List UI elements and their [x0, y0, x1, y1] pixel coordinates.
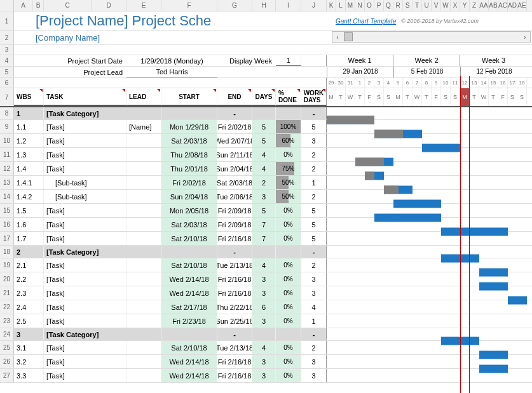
row-header[interactable]: 18 [0, 246, 14, 258]
header-start[interactable]: START [161, 88, 217, 106]
start-date-cell[interactable]: Fri 2/02/18 [161, 176, 217, 189]
pct-done-cell[interactable]: 0% [276, 204, 301, 217]
column-header[interactable]: R [393, 0, 403, 11]
days-cell[interactable]: 3 [252, 369, 276, 382]
end-date-cell[interactable]: Fri 2/16/18 [217, 286, 252, 300]
work-days-cell[interactable]: 5 [301, 232, 327, 245]
header-task[interactable]: TASK [44, 88, 126, 106]
work-days-cell[interactable]: 2 [301, 162, 327, 175]
start-date-cell[interactable]: Sat 2/10/18 [161, 341, 217, 354]
wbs-cell[interactable]: 1.4.1 [14, 176, 44, 189]
gantt-bar[interactable] [422, 144, 460, 152]
wbs-cell[interactable]: 1.6 [14, 218, 44, 231]
gantt-bar[interactable] [441, 255, 479, 263]
wbs-cell[interactable]: 2 [14, 246, 44, 258]
start-date-cell[interactable]: Sat 2/10/18 [161, 232, 217, 245]
days-cell[interactable]: 5 [252, 120, 276, 133]
row-header[interactable]: 2 [0, 31, 14, 44]
days-cell[interactable]: 4 [252, 341, 276, 354]
wbs-cell[interactable]: 2.4 [14, 300, 44, 314]
start-date-cell[interactable]: Mon 1/29/18 [161, 120, 217, 133]
end-date-cell[interactable]: Fri 2/02/18 [217, 120, 252, 133]
header-work-days[interactable]: WORK DAYS [301, 88, 327, 106]
row-header[interactable]: 10 [0, 134, 14, 147]
days-cell[interactable]: 4 [252, 162, 276, 175]
task-name-cell[interactable]: [Sub-task] [44, 176, 126, 189]
row-header[interactable]: 14 [0, 190, 14, 203]
row-header[interactable]: 12 [0, 162, 14, 175]
start-date-cell[interactable]: Thu 2/01/18 [161, 162, 217, 175]
row-header[interactable]: 27 [0, 369, 14, 382]
wbs-cell[interactable]: 1.4 [14, 162, 44, 175]
task-name-cell[interactable]: [Task] [44, 120, 126, 133]
row-header[interactable]: 4 [0, 55, 14, 66]
task-name-cell[interactable]: [Task] [44, 134, 126, 147]
days-cell[interactable]: 2 [252, 176, 276, 189]
work-days-cell[interactable]: 5 [301, 218, 327, 231]
row-header[interactable]: 15 [0, 204, 14, 217]
work-days-cell[interactable]: 3 [301, 369, 327, 382]
row-header[interactable]: 9 [0, 120, 14, 133]
row-header[interactable]: 25 [0, 341, 14, 354]
lead-cell[interactable] [126, 162, 161, 175]
wbs-cell[interactable]: 2.1 [14, 258, 44, 272]
work-days-cell[interactable]: 2 [301, 341, 327, 354]
pct-done-cell[interactable]: 0% [276, 355, 301, 368]
wbs-cell[interactable]: 1.2 [14, 134, 44, 147]
column-header[interactable]: AC [498, 0, 508, 11]
end-date-cell[interactable]: Fri 2/16/18 [217, 232, 252, 245]
end-date-cell[interactable]: Fri 2/16/18 [217, 355, 252, 368]
lead-cell[interactable] [126, 190, 161, 203]
pct-done-cell[interactable]: 50% [276, 176, 301, 189]
task-name-cell[interactable]: [Task] [44, 218, 126, 231]
company-name[interactable]: [Company Name] [33, 31, 332, 44]
column-header[interactable]: AD [508, 0, 517, 11]
wbs-cell[interactable]: 1.4.2 [14, 190, 44, 203]
header-days[interactable]: DAYS [252, 88, 276, 106]
task-name-cell[interactable]: [Task Category] [44, 107, 161, 119]
lead-cell[interactable] [126, 286, 161, 300]
work-days-cell[interactable]: 3 [301, 134, 327, 147]
days-cell[interactable]: 5 [252, 134, 276, 147]
column-header[interactable]: O [365, 0, 374, 11]
column-header[interactable]: AE [517, 0, 527, 11]
task-name-cell[interactable]: [Task] [44, 232, 126, 245]
gantt-bar[interactable] [479, 269, 508, 277]
row-header[interactable]: 24 [0, 328, 14, 340]
pct-done-cell[interactable]: 60% [276, 134, 301, 147]
days-cell[interactable]: 7 [252, 218, 276, 231]
gantt-bar[interactable] [479, 351, 508, 359]
column-header[interactable]: J [301, 0, 327, 11]
row-header[interactable]: 17 [0, 232, 14, 245]
column-header[interactable]: T [413, 0, 422, 11]
start-date-cell[interactable]: Sat 2/17/18 [161, 300, 217, 314]
column-header[interactable]: K [327, 0, 336, 11]
end-date-cell[interactable]: Tue 2/13/18 [217, 258, 252, 272]
days-cell[interactable]: 6 [252, 300, 276, 314]
gantt-scrollbar[interactable]: ‹ › [332, 31, 531, 43]
lead-cell[interactable] [126, 232, 161, 245]
column-header[interactable]: I [276, 0, 301, 11]
task-name-cell[interactable]: [Task] [44, 148, 126, 161]
task-name-cell[interactable]: [Task] [44, 258, 126, 272]
column-header[interactable]: A [14, 0, 33, 11]
end-date-cell[interactable]: Fri 2/16/18 [217, 369, 252, 382]
row-header[interactable]: 7 [0, 88, 14, 106]
column-header[interactable]: N [355, 0, 365, 11]
end-date-cell[interactable]: Sat 2/03/18 [217, 176, 252, 189]
wbs-cell[interactable]: 3.1 [14, 341, 44, 354]
pct-done-cell[interactable]: 0% [276, 341, 301, 354]
column-header[interactable]: H [252, 0, 276, 11]
task-name-cell[interactable]: [Task] [44, 355, 126, 368]
row-header[interactable]: 26 [0, 355, 14, 368]
start-date-cell[interactable]: Sat 2/03/18 [161, 134, 217, 147]
row-header[interactable]: 3 [0, 45, 14, 55]
header-lead[interactable]: LEAD [126, 88, 161, 106]
wbs-cell[interactable]: 3.2 [14, 355, 44, 368]
task-name-cell[interactable]: [Task] [44, 314, 126, 328]
column-header[interactable]: W [441, 0, 451, 11]
work-days-cell[interactable]: 3 [301, 355, 327, 368]
row-header[interactable]: 8 [0, 107, 14, 119]
days-cell[interactable]: 3 [252, 314, 276, 328]
gantt-bar[interactable] [374, 214, 441, 222]
